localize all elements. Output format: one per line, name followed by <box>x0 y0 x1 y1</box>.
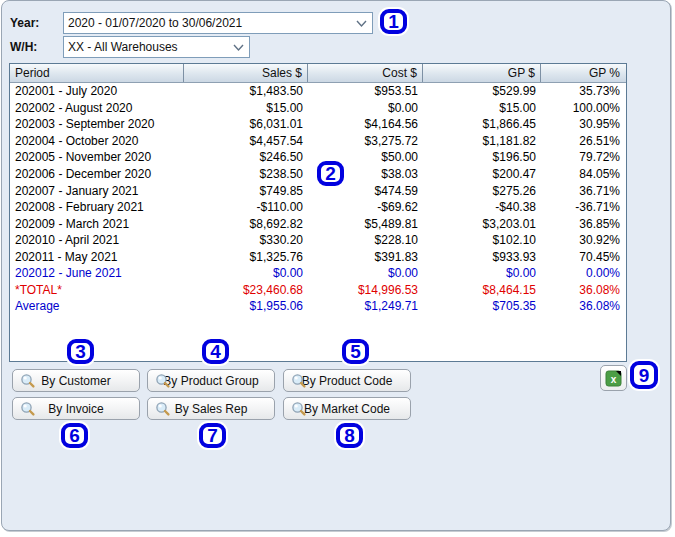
table-row[interactable]: 202005 - November 2020 $246.50 $50.00 $1… <box>10 149 626 166</box>
year-label: Year: <box>10 16 39 30</box>
column-header-period: Period <box>10 64 184 82</box>
cell-gp-pct: 35.73% <box>541 83 625 99</box>
by-product-group-button[interactable]: By Product Group <box>147 369 275 392</box>
cell-period: 202010 - April 2021 <box>10 232 184 248</box>
callout-2: 2 <box>317 161 344 186</box>
cell-gp: $196.50 <box>423 149 541 165</box>
table-row[interactable]: 202002 - August 2020 $15.00 $0.00 $15.00… <box>10 100 626 117</box>
column-header-cost: Cost $ <box>308 64 423 82</box>
cell-sales: $8,692.82 <box>184 216 308 232</box>
callout-7: 7 <box>199 423 226 448</box>
callout-8: 8 <box>336 423 363 448</box>
app-window: Year: 2020 - 01/07/2020 to 30/06/2021 W/… <box>0 0 675 537</box>
cell-gp: $1,866.45 <box>423 116 541 132</box>
svg-text:x: x <box>611 373 617 384</box>
cell-cost: $391.83 <box>308 249 423 265</box>
magnifier-icon <box>291 401 307 417</box>
cell-gp-pct: 100.00% <box>541 100 625 116</box>
cell-gp: $1,181.82 <box>423 133 541 149</box>
cell-period: 202009 - March 2021 <box>10 216 184 232</box>
grid-header: Period Sales $ Cost $ GP $ GP % <box>10 64 626 83</box>
cell-gp-pct: 36.08% <box>541 298 625 314</box>
by-sales-rep-button[interactable]: By Sales Rep <box>147 397 275 420</box>
magnifier-icon <box>291 373 307 389</box>
magnifier-icon <box>155 373 171 389</box>
callout-3: 3 <box>67 339 94 364</box>
cell-sales: $238.50 <box>184 166 308 182</box>
by-sales-rep-label: By Sales Rep <box>175 402 248 416</box>
cell-period: 202012 - June 2021 <box>10 265 184 281</box>
cell-gp-pct: 70.45% <box>541 249 625 265</box>
cell-gp: $933.93 <box>423 249 541 265</box>
cell-sales: $1,483.50 <box>184 83 308 99</box>
cell-gp: $200.47 <box>423 166 541 182</box>
year-select-value: 2020 - 01/07/2020 to 30/06/2021 <box>68 16 242 30</box>
column-header-sales: Sales $ <box>184 64 308 82</box>
cell-gp-pct: 84.05% <box>541 166 625 182</box>
table-row[interactable]: 202010 - April 2021 $330.20 $228.10 $102… <box>10 232 626 249</box>
table-row[interactable]: 202004 - October 2020 $4,457.54 $3,275.7… <box>10 133 626 150</box>
cell-sales: $749.85 <box>184 183 308 199</box>
cell-cost: $14,996.53 <box>308 282 423 298</box>
year-select[interactable]: 2020 - 01/07/2020 to 30/06/2021 <box>63 12 373 34</box>
cell-gp-pct: 79.72% <box>541 149 625 165</box>
cell-period: Average <box>10 298 184 314</box>
cell-gp: $102.10 <box>423 232 541 248</box>
by-market-code-label: By Market Code <box>304 402 390 416</box>
cell-cost: $0.00 <box>308 265 423 281</box>
cell-gp-pct: 36.71% <box>541 183 625 199</box>
cell-period: 202005 - November 2020 <box>10 149 184 165</box>
callout-9: 9 <box>630 361 658 389</box>
cell-period: 202001 - July 2020 <box>10 83 184 99</box>
cell-gp: $705.35 <box>423 298 541 314</box>
table-row[interactable]: 202009 - March 2021 $8,692.82 $5,489.81 … <box>10 215 626 232</box>
cell-gp-pct: 36.08% <box>541 282 625 298</box>
table-row[interactable]: *TOTAL* $23,460.68 $14,996.53 $8,464.15 … <box>10 282 626 299</box>
table-row[interactable]: 202008 - February 2021 -$110.00 -$69.62 … <box>10 199 626 216</box>
column-header-gp-pct: GP % <box>541 64 625 82</box>
table-row[interactable]: 202012 - June 2021 $0.00 $0.00 $0.00 0.0… <box>10 265 626 282</box>
chevron-down-icon <box>356 20 367 28</box>
magnifier-icon <box>20 373 36 389</box>
cell-gp: $275.26 <box>423 183 541 199</box>
cell-period: *TOTAL* <box>10 282 184 298</box>
warehouse-select[interactable]: XX - All Warehouses <box>63 36 250 58</box>
cell-cost: $0.00 <box>308 100 423 116</box>
cell-sales: $330.20 <box>184 232 308 248</box>
table-row[interactable]: 202001 - July 2020 $1,483.50 $953.51 $52… <box>10 83 626 100</box>
cell-sales: $246.50 <box>184 149 308 165</box>
cell-cost: $3,275.72 <box>308 133 423 149</box>
cell-gp-pct: -36.71% <box>541 199 625 215</box>
table-row[interactable]: 202007 - January 2021 $749.85 $474.59 $2… <box>10 182 626 199</box>
by-product-code-button[interactable]: By Product Code <box>283 369 411 392</box>
table-row[interactable]: Average $1,955.06 $1,249.71 $705.35 36.0… <box>10 298 626 315</box>
cell-gp: $3,203.01 <box>423 216 541 232</box>
table-row[interactable]: 202011 - May 2021 $1,325.76 $391.83 $933… <box>10 248 626 265</box>
cell-gp: $8,464.15 <box>423 282 541 298</box>
warehouse-label: W/H: <box>10 40 37 54</box>
cell-sales: $0.00 <box>184 265 308 281</box>
cell-cost: $953.51 <box>308 83 423 99</box>
table-body: 202001 - July 2020 $1,483.50 $953.51 $52… <box>10 83 626 315</box>
cell-gp: -$40.38 <box>423 199 541 215</box>
export-to-excel-button[interactable]: x <box>600 365 627 391</box>
by-product-group-label: By Product Group <box>163 374 258 388</box>
cell-period: 202004 - October 2020 <box>10 133 184 149</box>
sales-report-panel: Year: 2020 - 01/07/2020 to 30/06/2021 W/… <box>1 0 671 531</box>
magnifier-icon <box>20 401 36 417</box>
callout-6: 6 <box>61 423 88 448</box>
cell-gp-pct: 0.00% <box>541 265 625 281</box>
cell-period: 202002 - August 2020 <box>10 100 184 116</box>
cell-gp: $15.00 <box>423 100 541 116</box>
by-market-code-button[interactable]: By Market Code <box>283 397 411 420</box>
by-product-code-label: By Product Code <box>302 374 393 388</box>
chevron-down-icon <box>233 44 244 52</box>
callout-1: 1 <box>380 9 407 34</box>
cell-sales: $15.00 <box>184 100 308 116</box>
by-invoice-button[interactable]: By Invoice <box>12 397 140 420</box>
cell-gp: $529.99 <box>423 83 541 99</box>
cell-sales: $4,457.54 <box>184 133 308 149</box>
by-customer-button[interactable]: By Customer <box>12 369 140 392</box>
table-row[interactable]: 202003 - September 2020 $6,031.01 $4,164… <box>10 116 626 133</box>
cell-sales: -$110.00 <box>184 199 308 215</box>
